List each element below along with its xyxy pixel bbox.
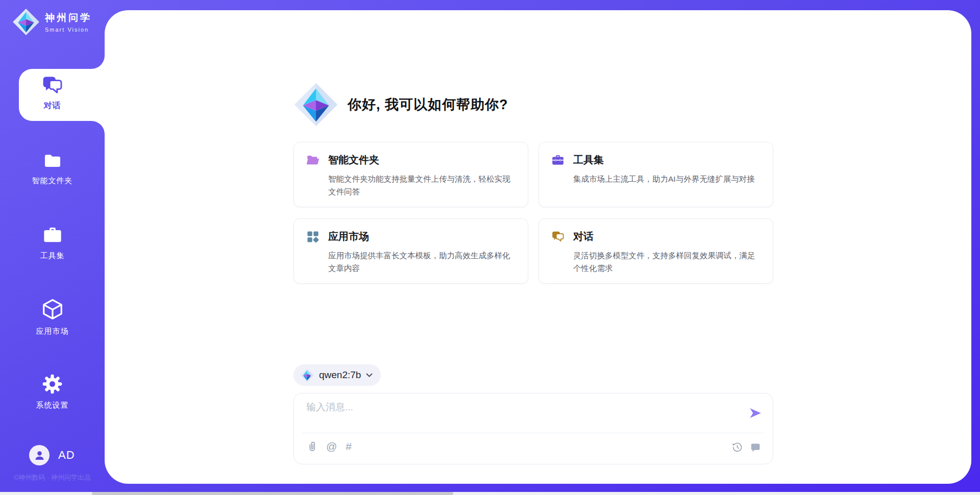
composer-toolbar-right <box>731 441 761 453</box>
composer-toolbar-left: @ # <box>306 440 352 453</box>
model-selector[interactable]: qwen2:7b <box>293 364 381 386</box>
card-description: 智能文件夹功能支持批量文件上传与清洗，轻松实现文件问答 <box>328 172 516 198</box>
model-name: qwen2:7b <box>319 369 361 381</box>
person-icon <box>33 449 46 462</box>
card-title: 应用市场 <box>328 230 516 243</box>
sidebar-item-label: 应用市场 <box>0 327 105 336</box>
send-icon[interactable] <box>748 406 762 420</box>
chat-icon <box>41 75 63 96</box>
avatar <box>29 445 50 465</box>
model-gem-icon <box>300 368 314 382</box>
sidebar-item-label: 智能文件夹 <box>0 176 105 186</box>
sidebar-item-label: 系统设置 <box>0 401 105 410</box>
brand-subtitle: Smart Vision <box>45 27 92 33</box>
sidebar-item-label: 工具集 <box>0 251 105 261</box>
card-title: 对话 <box>573 230 761 243</box>
app-window: 神州问学 Smart Vision 对话 智能文件夹 工具集 应用市场 系统设置… <box>0 0 980 495</box>
greeting-text: 你好, 我可以如何帮助你? <box>348 95 508 114</box>
card-title: 智能文件夹 <box>328 153 516 167</box>
sidebar-item-toolset[interactable]: 工具集 <box>0 225 105 261</box>
paperclip-icon[interactable] <box>306 440 317 453</box>
history-icon[interactable] <box>731 441 743 453</box>
copyright-text: ©神州数码 · 神州问学出品 <box>0 473 105 482</box>
chat-icon <box>551 230 565 243</box>
cube-icon <box>41 298 64 321</box>
chat-bubble-icon[interactable] <box>750 442 761 453</box>
card-app-market[interactable]: 应用市场 应用市场提供丰富长文本模板，助力高效生成多样化文章内容 <box>293 218 528 284</box>
card-description: 灵活切换多模型文件，支持多样回复效果调试，满足个性化需求 <box>573 249 761 275</box>
brand-name: 神州问学 <box>45 11 92 24</box>
brand-logo-block: 神州问学 Smart Vision <box>12 8 92 36</box>
scrollbar-thumb[interactable] <box>92 492 453 495</box>
folder-icon <box>43 151 62 170</box>
greeting-header: 你好, 我可以如何帮助你? <box>293 82 508 127</box>
brand-gem-icon <box>12 8 40 36</box>
feature-cards: 智能文件夹 智能文件夹功能支持批量文件上传与清洗，轻松实现文件问答 工具集 集成… <box>293 142 773 284</box>
chevron-down-icon <box>366 373 373 378</box>
apps-icon <box>306 230 320 243</box>
user-initials: AD <box>58 449 75 462</box>
sidebar-item-smart-folder[interactable]: 智能文件夹 <box>0 151 105 186</box>
card-description: 集成市场上主流工具，助力AI与外界无缝扩展与对接 <box>573 172 755 185</box>
sidebar-item-app-market[interactable]: 应用市场 <box>0 298 105 336</box>
composer-divider <box>302 433 765 433</box>
toolbox-icon <box>42 225 63 245</box>
sidebar-item-label: 对话 <box>0 101 105 111</box>
card-description: 应用市场提供丰富长文本模板，助力高效生成多样化文章内容 <box>328 249 516 275</box>
hash-icon[interactable]: # <box>346 440 352 453</box>
greeting-gem-icon <box>293 82 338 127</box>
gear-icon <box>41 373 63 395</box>
horizontal-scrollbar <box>0 492 980 495</box>
folder-open-icon <box>306 154 320 167</box>
card-title: 工具集 <box>573 153 755 167</box>
mention-icon[interactable]: @ <box>326 440 337 453</box>
card-toolset[interactable]: 工具集 集成市场上主流工具，助力AI与外界无缝扩展与对接 <box>538 142 773 207</box>
sidebar-item-chat[interactable]: 对话 <box>0 75 105 111</box>
message-input[interactable] <box>306 401 730 430</box>
card-chat[interactable]: 对话 灵活切换多模型文件，支持多样回复效果调试，满足个性化需求 <box>538 218 773 284</box>
sidebar-item-settings[interactable]: 系统设置 <box>0 373 105 410</box>
toolbox-icon <box>551 154 565 167</box>
message-composer: @ # <box>293 393 773 464</box>
card-smart-folder[interactable]: 智能文件夹 智能文件夹功能支持批量文件上传与清洗，轻松实现文件问答 <box>293 142 528 207</box>
user-account[interactable]: AD <box>29 445 75 465</box>
